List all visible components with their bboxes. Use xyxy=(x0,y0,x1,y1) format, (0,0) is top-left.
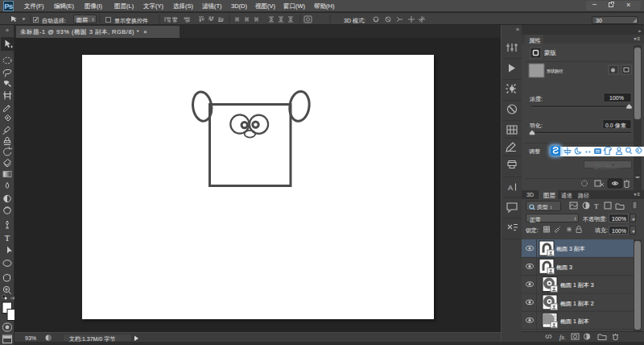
svg-text:»: » xyxy=(516,27,519,32)
svg-text:»: » xyxy=(6,27,9,33)
svg-text:T: T xyxy=(594,202,599,210)
svg-text:A: A xyxy=(508,184,513,192)
svg-text:fx.: fx. xyxy=(559,334,566,341)
svg-text:T: T xyxy=(5,234,10,243)
